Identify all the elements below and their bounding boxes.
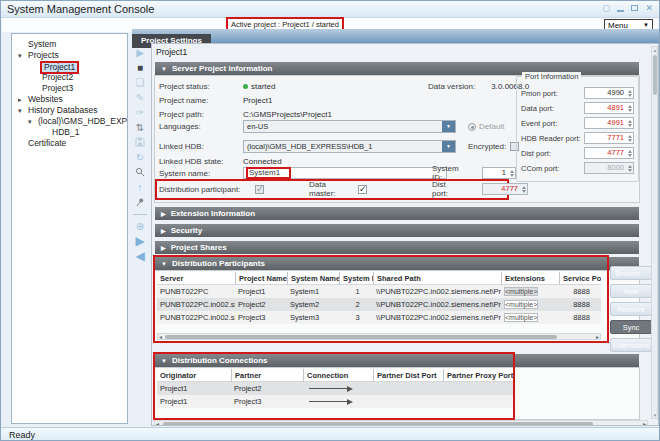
scroll-right-icon[interactable]: ▸ bbox=[596, 333, 599, 340]
event-port-spinner[interactable]: 4991 bbox=[584, 117, 634, 129]
forward-icon[interactable]: ▶ bbox=[132, 236, 148, 247]
distribution-participant-checkbox[interactable] bbox=[255, 185, 264, 194]
tree-item-project1[interactable]: Project1 bbox=[12, 61, 127, 72]
spinner-up-icon[interactable] bbox=[628, 120, 632, 123]
sign-icon[interactable]: ✑ bbox=[132, 107, 148, 118]
spinner-down-icon[interactable] bbox=[628, 169, 632, 172]
scroll-right-icon[interactable]: ▸ bbox=[643, 420, 646, 426]
hdb-reader-port-spinner[interactable]: 7771 bbox=[584, 132, 634, 144]
spinner-down-icon[interactable] bbox=[628, 124, 632, 127]
spinner-up-icon[interactable] bbox=[628, 105, 632, 108]
table-row[interactable]: Project1 Project3 bbox=[157, 395, 515, 408]
extensions-field[interactable]: <multiple> bbox=[504, 313, 538, 322]
expand-arrow-icon[interactable]: ▸ bbox=[18, 94, 22, 105]
spinner-down-icon[interactable] bbox=[628, 154, 632, 157]
chevron-down-icon[interactable]: ▼ bbox=[442, 141, 455, 152]
column-header-originator[interactable]: Originator bbox=[157, 369, 231, 382]
section-distribution-connections[interactable]: ▼ Distribution Connections bbox=[155, 354, 639, 367]
minimize-icon[interactable] bbox=[617, 10, 624, 12]
tree-item-websites[interactable]: ▸Websites bbox=[12, 94, 127, 105]
languages-dropdown[interactable]: en-US ▼ bbox=[243, 120, 456, 133]
participants-hscrollbar[interactable]: ◂ ▸ bbox=[157, 333, 601, 340]
system-name-input[interactable]: System1 bbox=[243, 167, 447, 179]
extensions-field[interactable]: <multiple> bbox=[504, 300, 538, 309]
tree-item-hdb-1[interactable]: HDB_1 bbox=[12, 127, 127, 138]
extensions-button[interactable]: Extensions bbox=[610, 338, 652, 352]
scroll-left-icon[interactable]: ◂ bbox=[159, 333, 162, 340]
tree-item-project2[interactable]: Project2 bbox=[12, 72, 127, 83]
maximize-icon[interactable] bbox=[631, 5, 638, 11]
edit-icon[interactable]: ✎ bbox=[132, 92, 148, 103]
spinner-down-icon[interactable] bbox=[628, 94, 632, 97]
column-header-server[interactable]: Server bbox=[157, 272, 235, 285]
tree-item-system[interactable]: System bbox=[12, 39, 127, 50]
spinner-up-icon[interactable] bbox=[522, 186, 526, 189]
remove-button[interactable]: Remove bbox=[610, 302, 652, 316]
spinner-up-icon[interactable] bbox=[628, 135, 632, 138]
scroll-down-icon[interactable]: ▾ bbox=[652, 412, 658, 418]
add-icon[interactable]: ⊕ bbox=[132, 221, 148, 232]
column-header-service-port[interactable]: Service Po bbox=[559, 272, 601, 285]
back-icon[interactable]: ◀ bbox=[132, 251, 148, 262]
tree-item-projects[interactable]: ▾Projects bbox=[12, 50, 127, 61]
scroll-left-icon[interactable]: ◂ bbox=[156, 420, 159, 426]
section-distribution-participants[interactable]: ▼ Distribution Participants bbox=[155, 257, 639, 270]
table-row[interactable]: PUNBT022PC Project1 System1 1 \\PUNBT022… bbox=[157, 285, 601, 298]
system-id-spinner[interactable]: 1 bbox=[482, 167, 516, 179]
extensions-field[interactable]: <multiple> bbox=[504, 287, 538, 296]
spinner-up-icon[interactable] bbox=[628, 165, 632, 168]
column-header-project-name[interactable]: Project Name bbox=[235, 272, 287, 285]
column-header-partner-dist-port[interactable]: Partner Dist Port bbox=[373, 369, 443, 382]
column-header-shared-path[interactable]: Shared Path bbox=[373, 272, 501, 285]
scrollbar-thumb[interactable] bbox=[653, 55, 657, 95]
pmon-port-spinner[interactable]: 4990 bbox=[584, 87, 634, 99]
column-header-connection[interactable]: Connection bbox=[303, 369, 373, 382]
spinner-down-icon[interactable] bbox=[628, 139, 632, 142]
data-port-spinner[interactable]: 4891 bbox=[584, 102, 634, 114]
table-row[interactable]: PUNBT022PC.in002.sieme Project2 System2 … bbox=[157, 298, 601, 311]
section-security[interactable]: ▶ Security bbox=[155, 224, 639, 237]
close-icon[interactable]: ✕ bbox=[645, 3, 653, 13]
scrollbar-thumb[interactable] bbox=[165, 335, 557, 339]
sort-icon[interactable]: ⇅ bbox=[132, 122, 148, 133]
collapse-arrow-icon[interactable]: ▾ bbox=[28, 116, 32, 127]
new-button[interactable]: New bbox=[610, 284, 652, 298]
default-radio[interactable] bbox=[468, 123, 476, 131]
tree-item-certificate[interactable]: Certificate bbox=[12, 138, 127, 149]
scrollbar-thumb[interactable] bbox=[163, 422, 593, 426]
column-header-extensions[interactable]: Extensions bbox=[501, 272, 559, 285]
table-row[interactable]: Project1 Project2 bbox=[157, 382, 515, 395]
column-header-system-name[interactable]: System Name bbox=[287, 272, 339, 285]
pin-icon[interactable] bbox=[132, 197, 148, 208]
stop-icon[interactable]: ■ bbox=[132, 62, 148, 73]
tree-item-hdb-express[interactable]: ▾(local)\GMS_HDB_EXPRESS bbox=[12, 116, 127, 127]
section-extension-information[interactable]: ▶ Extension Information bbox=[155, 207, 639, 220]
table-row[interactable]: PUNBT022PC.in002.sieme Project3 System3 … bbox=[157, 311, 601, 324]
sync-button[interactable]: Sync bbox=[610, 320, 652, 334]
search-icon[interactable] bbox=[132, 167, 148, 178]
collapse-arrow-icon[interactable]: ▾ bbox=[18, 105, 22, 116]
chevron-down-icon[interactable]: ▼ bbox=[442, 121, 455, 132]
column-header-system-id[interactable]: System ID bbox=[339, 272, 373, 285]
main-vscrollbar[interactable]: ▴ ▾ bbox=[651, 46, 658, 419]
main-hscrollbar[interactable]: ◂ ▸ bbox=[154, 420, 648, 426]
dist-port-spinner[interactable]: 4777 bbox=[482, 183, 528, 195]
scroll-up-icon[interactable]: ▴ bbox=[652, 47, 658, 53]
browse-button[interactable]: Browse... bbox=[610, 266, 652, 280]
refresh-icon[interactable]: ↻ bbox=[132, 152, 148, 163]
dist-port-info-spinner[interactable]: 4777 bbox=[584, 147, 634, 159]
tree-item-project3[interactable]: Project3 bbox=[12, 83, 127, 94]
data-master-checkbox[interactable] bbox=[358, 185, 367, 194]
tree-item-history-databases[interactable]: ▾History Databases bbox=[12, 105, 127, 116]
spinner-down-icon[interactable] bbox=[628, 109, 632, 112]
copy-icon[interactable]: ❏ bbox=[132, 77, 148, 88]
save-icon[interactable] bbox=[132, 137, 148, 148]
column-header-partner-proxy-port[interactable]: Partner Proxy Port bbox=[443, 369, 515, 382]
spinner-up-icon[interactable] bbox=[628, 150, 632, 153]
column-header-partner[interactable]: Partner bbox=[231, 369, 303, 382]
spinner-up-icon[interactable] bbox=[510, 170, 514, 173]
play-icon[interactable]: ▶ bbox=[132, 47, 148, 58]
arrow-up-icon[interactable]: ↑ bbox=[132, 182, 148, 193]
spinner-down-icon[interactable] bbox=[510, 174, 514, 177]
section-project-shares[interactable]: ▶ Project Shares bbox=[155, 241, 639, 254]
